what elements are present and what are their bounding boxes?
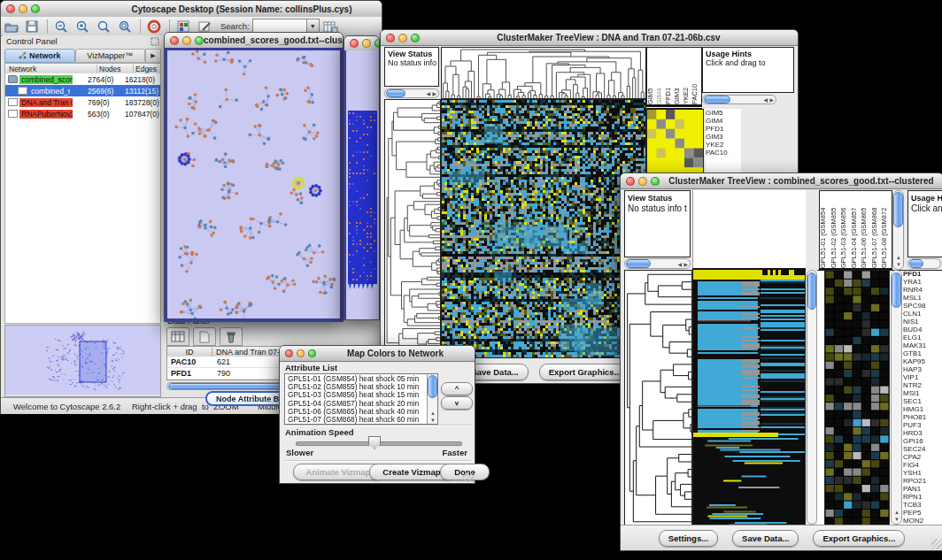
gene-label[interactable]: HMG1: [903, 405, 938, 413]
close-button[interactable]: [626, 177, 635, 186]
gene-label[interactable]: SEC1: [903, 397, 938, 405]
close-button[interactable]: [170, 36, 179, 45]
tab-network[interactable]: Network: [4, 49, 75, 63]
gene-label[interactable]: RPN1: [903, 493, 938, 501]
zoom-button[interactable]: [411, 34, 420, 42]
col-nodes[interactable]: Nodes: [97, 65, 134, 73]
help-ring-icon[interactable]: [147, 19, 163, 34]
gene-label[interactable]: GPI16: [903, 437, 938, 445]
scroll-thumb[interactable]: [386, 89, 405, 97]
speed-slider-thumb[interactable]: [368, 436, 381, 449]
minimize-button[interactable]: [398, 34, 407, 42]
network-list-row[interactable]: DNA and Tran 07769(0)183728(0): [5, 96, 160, 108]
tv2-column-dendrogram-area[interactable]: [692, 190, 806, 270]
gene-label[interactable]: CPA2: [903, 453, 938, 461]
minimize-button[interactable]: [297, 349, 305, 357]
scroll-right-icon[interactable]: ▶: [683, 262, 688, 267]
scroll-thumb[interactable]: [893, 192, 903, 227]
network-canvas-dense[interactable]: [346, 50, 379, 319]
scroll-down-icon[interactable]: ▼: [430, 418, 436, 423]
resize-grip[interactable]: [463, 472, 474, 482]
zoom-heatmap-canvas[interactable]: [825, 271, 889, 525]
gene-label[interactable]: PUF3: [903, 421, 938, 429]
tv2-heatmap[interactable]: [692, 270, 806, 526]
gene-label[interactable]: GIM5: [706, 109, 741, 117]
gene-label[interactable]: PFD1: [706, 125, 741, 133]
resize-grip[interactable]: [931, 539, 942, 549]
close-button[interactable]: [350, 39, 359, 48]
gene-label[interactable]: HAP3: [903, 365, 938, 373]
scroll-left-icon[interactable]: ◀: [763, 97, 768, 103]
gene-label[interactable]: YSH1: [903, 469, 938, 477]
export-graphics-button[interactable]: Export Graphics...: [539, 364, 631, 380]
scroll-down-icon[interactable]: ▼: [896, 262, 901, 267]
tv1-row-dendrogram[interactable]: [384, 99, 441, 358]
tv1-heatmap[interactable]: [441, 99, 646, 358]
scroll-right-icon[interactable]: ▶: [769, 97, 774, 103]
attribute-select-icon[interactable]: [166, 327, 189, 346]
gene-label[interactable]: YRA1: [903, 278, 938, 286]
scroll-down-icon[interactable]: ▼: [894, 517, 900, 522]
tab-vizmapper[interactable]: VizMapper™: [75, 49, 146, 63]
tab-overflow-button[interactable]: ▶: [145, 49, 161, 63]
gene-label[interactable]: GIM4: [706, 117, 741, 125]
tv2-row-dendrogram[interactable]: [624, 270, 692, 526]
gene-label[interactable]: MON2: [903, 517, 938, 525]
col-edges[interactable]: Edges: [134, 65, 157, 73]
zoom-button[interactable]: [651, 177, 660, 186]
gene-label[interactable]: NTR2: [903, 381, 938, 389]
tv2-vscrollbar-zoom[interactable]: ▲ ▼: [891, 270, 902, 525]
scroll-left-icon[interactable]: ◀: [677, 262, 682, 267]
gene-label[interactable]: MSI1: [903, 389, 938, 397]
gene-label[interactable]: TCB3: [903, 501, 938, 509]
col-id[interactable]: ID: [167, 348, 212, 357]
network-overview-canvas[interactable]: [5, 326, 160, 395]
network-view-title-bar[interactable]: combined_scores_good.txt--cluste...: [165, 33, 343, 49]
treeview1-title-bar[interactable]: ClusterMaker TreeView : DNA and Tran 07-…: [381, 30, 798, 46]
scroll-right-icon[interactable]: ▶: [432, 91, 436, 96]
tv2-vscrollbar-main[interactable]: [807, 270, 817, 525]
scroll-thumb[interactable]: [892, 272, 901, 308]
tv2-hscrollbar-left[interactable]: ◀ ▶: [624, 258, 691, 269]
network-view-2-title-bar[interactable]: [344, 36, 379, 51]
export-graphics-button[interactable]: Export Graphics...: [813, 530, 905, 547]
gene-label[interactable]: GIM3: [706, 133, 741, 141]
tv2-hscrollbar-right[interactable]: [907, 258, 941, 269]
zoom-button[interactable]: [374, 39, 379, 48]
network-list-row[interactable]: combined_scores2764(0)16218(0): [5, 73, 160, 85]
scroll-thumb[interactable]: [626, 259, 651, 268]
scroll-thumb[interactable]: [428, 375, 437, 398]
heatmap-canvas[interactable]: [442, 100, 645, 357]
minimize-button[interactable]: [362, 39, 371, 48]
zoom-in-icon[interactable]: [75, 19, 91, 34]
gene-label[interactable]: MSL1: [903, 294, 938, 302]
gene-label[interactable]: PHO81: [903, 413, 938, 421]
save-icon[interactable]: [25, 19, 41, 34]
tv1-hscrollbar-right[interactable]: ◀ ▶: [702, 95, 776, 104]
gene-label[interactable]: RPO21: [903, 477, 938, 485]
close-button[interactable]: [285, 349, 293, 357]
dialog-title-bar[interactable]: Map Colors to Network: [280, 346, 475, 362]
gene-label[interactable]: PEP5: [903, 509, 938, 517]
gene-label[interactable]: SEC24: [903, 445, 938, 453]
scroll-thumb[interactable]: [807, 272, 816, 310]
zoom-button[interactable]: [31, 4, 40, 13]
gene-label[interactable]: KAP95: [903, 357, 938, 365]
main-title-bar[interactable]: Cytoscape Desktop (Session Name: collins…: [1, 1, 382, 18]
gene-label[interactable]: ELG1: [903, 334, 938, 341]
scroll-up-icon[interactable]: ▲: [896, 255, 901, 260]
gene-label[interactable]: HRD3: [903, 429, 938, 437]
close-button[interactable]: [386, 34, 395, 42]
gene-label[interactable]: YKE2: [706, 141, 741, 149]
gene-label[interactable]: CLN1: [903, 310, 938, 318]
scroll-up-icon[interactable]: ▲: [430, 410, 436, 416]
zoom-button[interactable]: [308, 349, 316, 357]
move-down-button[interactable]: v: [441, 396, 473, 410]
treeview2-title-bar[interactable]: ClusterMaker TreeView : combined_scores_…: [621, 173, 942, 189]
gene-label[interactable]: PFD1: [903, 270, 938, 278]
close-button[interactable]: [6, 4, 15, 13]
row-dendrogram-canvas[interactable]: [385, 100, 440, 357]
minimize-button[interactable]: [182, 36, 191, 45]
gene-label[interactable]: NIS1: [903, 318, 938, 326]
float-panel-icon[interactable]: [151, 37, 159, 48]
